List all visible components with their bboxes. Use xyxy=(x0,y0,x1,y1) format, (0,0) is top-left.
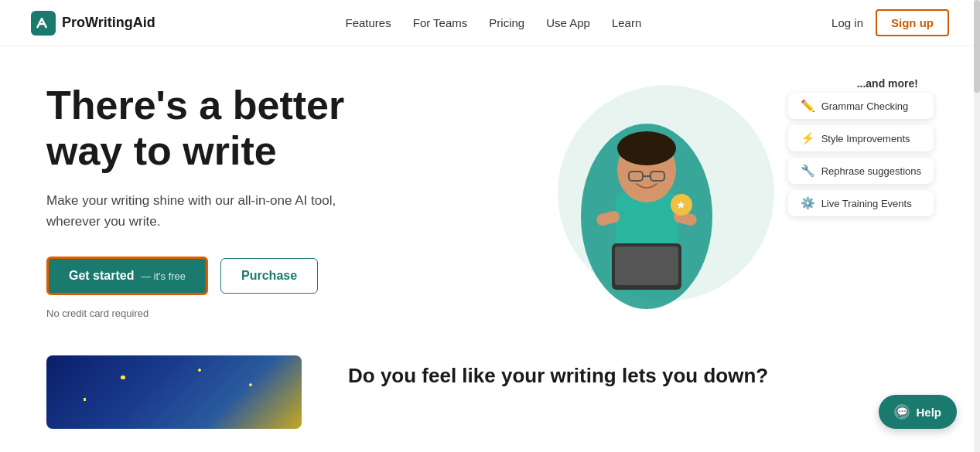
style-label: Style Improvements xyxy=(821,133,910,144)
logo-icon xyxy=(31,11,56,36)
help-button[interactable]: 💬 Help xyxy=(879,395,957,429)
svg-text:★: ★ xyxy=(676,199,686,211)
training-icon: ⚙️ xyxy=(801,196,815,210)
login-button[interactable]: Log in xyxy=(831,16,863,29)
starry-night-image xyxy=(46,355,302,429)
scrollbar-track[interactable] xyxy=(974,0,980,452)
hero-left: There's a better way to write Make your … xyxy=(46,83,534,320)
nav-link-learn[interactable]: Learn xyxy=(612,16,641,29)
hero-section: There's a better way to write Make your … xyxy=(0,46,980,340)
nav-link-for-teams[interactable]: For Teams xyxy=(413,16,468,29)
hero-person-illustration: ★ xyxy=(573,93,728,325)
training-label: Live Training Events xyxy=(821,198,912,209)
hero-subtitle: Make your writing shine with our all-in-… xyxy=(46,190,356,232)
logo[interactable]: ProWritingAid xyxy=(31,11,155,36)
rephrase-label: Rephrase suggestions xyxy=(821,165,921,177)
help-label: Help xyxy=(916,406,941,419)
nav-link-pricing[interactable]: Pricing xyxy=(489,16,524,29)
style-icon: ⚡ xyxy=(801,131,815,145)
bottom-text: Do you feel like your writing lets you d… xyxy=(348,355,768,389)
logo-text: ProWritingAid xyxy=(62,15,155,31)
hero-right: ★ ...and more! ✏️ Grammar Checking ⚡ Sty… xyxy=(534,77,934,325)
navbar: ProWritingAid Features For Teams Pricing… xyxy=(0,0,980,46)
signup-button[interactable]: Sign up xyxy=(876,9,949,36)
purchase-button[interactable]: Purchase xyxy=(220,258,318,294)
help-icon: 💬 xyxy=(894,404,910,420)
nav-actions: Log in Sign up xyxy=(831,9,949,36)
get-started-button[interactable]: Get started — it's free xyxy=(46,257,208,295)
no-credit-text: No credit card required xyxy=(46,308,504,319)
hero-buttons: Get started — it's free Purchase xyxy=(46,257,504,295)
grammar-label: Grammar Checking xyxy=(821,100,909,112)
feature-card-style: ⚡ Style Improvements xyxy=(788,125,934,151)
rephrase-icon: 🔧 xyxy=(801,164,815,178)
hero-title: There's a better way to write xyxy=(46,83,504,175)
grammar-icon: ✏️ xyxy=(801,99,815,113)
feature-card-grammar: ✏️ Grammar Checking xyxy=(788,93,934,119)
bottom-section: Do you feel like your writing lets you d… xyxy=(0,340,980,444)
feature-card-rephrase: 🔧 Rephrase suggestions xyxy=(788,158,934,184)
and-more-label: ...and more! xyxy=(857,77,918,90)
feature-card-training: ⚙️ Live Training Events xyxy=(788,190,934,216)
scrollbar-thumb[interactable] xyxy=(974,0,980,93)
bottom-image xyxy=(46,355,302,429)
nav-link-use-app[interactable]: Use App xyxy=(546,16,590,29)
svg-rect-9 xyxy=(615,246,678,285)
nav-links: Features For Teams Pricing Use App Learn xyxy=(346,16,642,29)
svg-point-4 xyxy=(617,131,676,165)
nav-link-features[interactable]: Features xyxy=(346,16,391,29)
feature-cards: ✏️ Grammar Checking ⚡ Style Improvements… xyxy=(788,93,934,216)
bottom-heading: Do you feel like your writing lets you d… xyxy=(348,363,768,389)
